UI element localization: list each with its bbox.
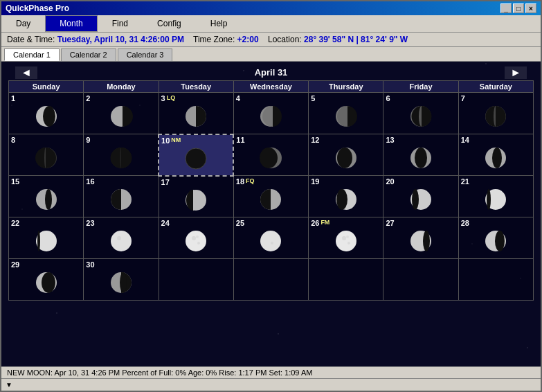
moon-phase-image	[461, 227, 531, 255]
calendar-day[interactable]: 10NM	[159, 134, 233, 176]
moon-phase-image	[161, 227, 231, 255]
calendar-day[interactable]: 13	[383, 134, 458, 176]
calendar-day[interactable]: 21	[458, 176, 533, 217]
svg-point-27	[45, 189, 52, 210]
day-number: 24	[161, 219, 170, 227]
phase-label: LQ	[167, 94, 176, 101]
day-number: 20	[386, 177, 394, 186]
calendar-day[interactable]: 2	[84, 93, 159, 134]
day-number: 5	[311, 94, 315, 103]
calendar-day[interactable]: 25	[233, 217, 308, 259]
scroll-down-icon[interactable]: ▼	[6, 381, 12, 389]
calendar-day[interactable]	[458, 259, 533, 301]
calendar-day[interactable]	[383, 259, 458, 301]
svg-point-55	[495, 231, 505, 251]
svg-point-37	[487, 189, 491, 210]
location-label: Location:	[268, 35, 302, 44]
day-number: 28	[461, 219, 469, 227]
moon-phase-image	[11, 269, 81, 296]
svg-point-42	[186, 231, 206, 251]
calendar-day[interactable]: 12	[309, 134, 383, 176]
calendar-day[interactable]: 14	[458, 134, 533, 176]
moon-phase-image	[86, 186, 156, 213]
moon-phase-image	[461, 103, 531, 130]
menu-config[interactable]: Config	[143, 15, 196, 32]
tabs-bar: Calendar 1 Calendar 2 Calendar 3	[1, 47, 541, 62]
calendar-day[interactable]: 22	[9, 217, 84, 259]
maximize-button[interactable]: □	[513, 3, 524, 13]
moon-phase-image	[86, 227, 156, 255]
calendar-day[interactable]	[309, 259, 383, 301]
moon-phase-image	[311, 227, 381, 255]
moon-phase-image	[311, 144, 381, 172]
moon-phase-image	[236, 186, 306, 213]
day-number: 12	[311, 136, 319, 144]
next-month-button[interactable]: ►	[505, 66, 527, 79]
calendar-day[interactable]: 11	[233, 134, 308, 176]
calendar-day[interactable]: 9	[84, 134, 159, 176]
moon-phase-image	[161, 145, 231, 172]
svg-point-40	[111, 231, 132, 251]
calendar-day[interactable]: 19	[309, 176, 383, 217]
calendar-day[interactable]: 28	[458, 217, 533, 259]
titlebar: QuickPhase Pro _ □ ×	[1, 1, 541, 15]
tab-calendar-2[interactable]: Calendar 2	[61, 48, 116, 61]
info-bar: Date & Time: Tuesday, April 10, 31 4:26:…	[1, 33, 541, 47]
svg-point-35	[412, 189, 419, 210]
calendar-day[interactable]	[233, 259, 308, 301]
datetime-label: Date & Time:	[7, 35, 55, 44]
tab-calendar-3[interactable]: Calendar 3	[118, 48, 173, 61]
calendar-day[interactable]: 1	[9, 93, 84, 134]
calendar-day[interactable]: 20	[383, 176, 458, 217]
calendar-day[interactable]: 26FM	[309, 217, 383, 259]
calendar-day[interactable]: 23	[84, 217, 159, 259]
calendar-header: ◄ April 31 ►	[8, 64, 534, 80]
calendar-grid: Sunday Monday Tuesday Wednesday Thursday…	[8, 80, 534, 301]
calendar-day[interactable]: 27	[383, 217, 458, 259]
moon-phase-image	[161, 103, 231, 130]
bottom-bar: ▼	[1, 378, 541, 391]
calendar-day[interactable]: 29	[9, 259, 84, 301]
day-number: 8	[11, 136, 15, 144]
calendar-week-row: 29 30	[9, 259, 534, 301]
svg-point-1	[43, 106, 55, 127]
col-friday: Friday	[383, 81, 458, 93]
day-number: 3	[161, 94, 165, 103]
moon-phase-image	[311, 103, 381, 130]
calendar-day[interactable]: 5	[309, 93, 383, 134]
svg-point-33	[336, 189, 347, 210]
menu-help[interactable]: Help	[196, 15, 242, 32]
day-number: 30	[86, 260, 94, 269]
tab-calendar-1[interactable]: Calendar 1	[4, 48, 60, 61]
day-number: 13	[386, 136, 394, 144]
calendar-day[interactable]: 15	[9, 176, 84, 217]
prev-month-button[interactable]: ◄	[15, 66, 37, 79]
calendar-day[interactable]: 7	[458, 93, 533, 134]
calendar-day[interactable]: 8	[9, 134, 84, 176]
calendar-day[interactable]: 30	[84, 259, 159, 301]
window-controls: _ □ ×	[500, 3, 536, 13]
minimize-button[interactable]: _	[500, 3, 512, 13]
calendar-day[interactable]: 6	[383, 93, 458, 134]
menu-day[interactable]: Day	[1, 15, 45, 32]
svg-point-25	[492, 148, 502, 168]
timezone-value: +2:00	[237, 35, 259, 44]
close-button[interactable]: ×	[525, 3, 536, 13]
svg-point-50	[347, 242, 350, 244]
calendar-day[interactable]: 3LQ	[159, 93, 233, 134]
svg-point-39	[37, 231, 40, 251]
calendar-day[interactable]: 16	[84, 176, 159, 217]
menu-month[interactable]: Month	[45, 15, 97, 32]
menu-find[interactable]: Find	[98, 15, 143, 32]
calendar-day[interactable]: 24	[159, 217, 233, 259]
calendar-day[interactable]: 17	[159, 176, 233, 217]
calendar-week-row: 22 23 24 25 26FM 27 28	[9, 217, 534, 259]
moon-phase-image	[11, 227, 81, 255]
day-number: 1	[11, 94, 15, 103]
calendar-day[interactable]: 4	[233, 93, 308, 134]
calendar-day[interactable]: 18FQ	[233, 176, 308, 217]
calendar-day[interactable]	[159, 259, 233, 301]
day-number: 15	[11, 177, 19, 186]
day-number: 19	[311, 177, 319, 186]
day-number: 14	[461, 136, 469, 144]
